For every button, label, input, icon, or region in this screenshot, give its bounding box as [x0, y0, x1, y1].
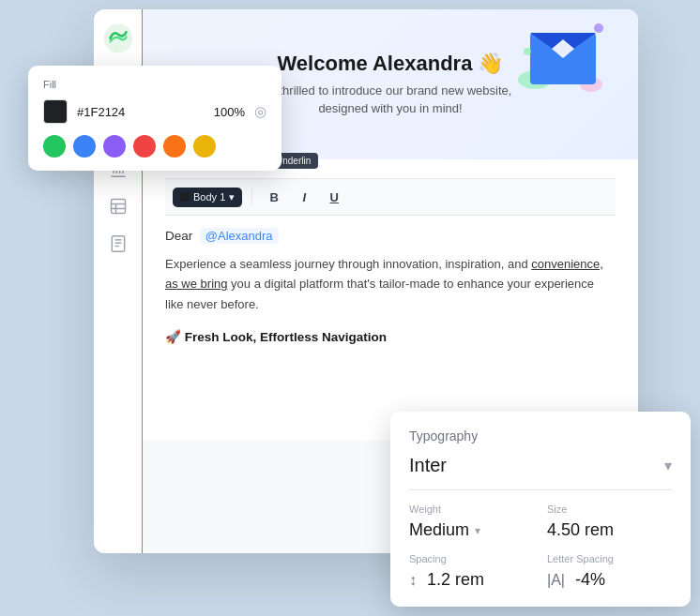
dear-line: Dear @Alexandra [165, 229, 616, 243]
size-value-row[interactable]: 4.50 rem [547, 520, 672, 540]
typography-panel-title: Typography [409, 428, 672, 443]
formatting-toolbar: Body 1 ▾ B I U Underlin [165, 178, 616, 216]
section-heading: 🚀 Fresh Look, Effortless Navigation [165, 329, 616, 344]
letter-spacing-value: -4% [575, 570, 605, 590]
mention-tag[interactable]: @Alexandra [200, 228, 279, 244]
fill-color-row: #1F2124 100% ◎ [43, 99, 266, 124]
fill-panel-title: Fill [43, 79, 266, 90]
color-swatches [43, 135, 266, 158]
spacing-value: 1.2 rem [427, 570, 484, 590]
hero-title: Welcome Alexandra 👋 [269, 52, 512, 76]
fill-panel: Fill #1F2124 100% ◎ [28, 66, 282, 171]
hero-content: Welcome Alexandra 👋 e thrilled to introd… [269, 52, 512, 118]
svg-rect-8 [111, 200, 125, 214]
app-logo[interactable] [102, 23, 134, 54]
weight-label: Weight [409, 503, 534, 515]
fill-hex-value[interactable]: #1F2124 [77, 105, 205, 119]
swatch-blue[interactable] [73, 135, 96, 158]
spacing-field: Spacing ↕ 1.2 rem [409, 553, 534, 590]
font-selector-row[interactable]: Inter ▾ [409, 455, 672, 490]
svg-point-21 [594, 23, 603, 33]
swatch-yellow[interactable] [193, 135, 216, 158]
svg-rect-12 [112, 236, 124, 252]
letter-spacing-value-row[interactable]: |A| -4% [547, 570, 672, 590]
size-field: Size 4.50 rem [547, 503, 672, 540]
font-chevron-icon: ▾ [664, 457, 672, 474]
swatch-orange[interactable] [163, 135, 186, 158]
eye-icon[interactable]: ◎ [254, 103, 266, 120]
body-paragraph: Experience a seamless journey through in… [165, 254, 616, 314]
size-value: 4.50 rem [547, 520, 614, 540]
weight-value: Medium [409, 520, 469, 540]
fill-opacity-value[interactable]: 100% [214, 105, 245, 119]
swatch-red[interactable] [133, 135, 156, 158]
typography-panel: Typography Inter ▾ Weight Medium ▾ Size … [390, 412, 691, 607]
envelope-illustration [516, 9, 610, 103]
letter-spacing-field: Letter Spacing |A| -4% [547, 553, 672, 590]
swatch-green[interactable] [43, 135, 66, 158]
letter-spacing-icon: |A| [547, 572, 565, 589]
hero-subtitle: e thrilled to introduce our brand new we… [269, 82, 512, 118]
bold-button[interactable]: B [262, 185, 286, 209]
spacing-label: Spacing [409, 553, 534, 564]
underline-button[interactable]: U [322, 185, 346, 209]
table-icon[interactable] [101, 189, 135, 223]
font-name: Inter [409, 455, 447, 476]
spacing-value-row[interactable]: ↕ 1.2 rem [409, 570, 534, 590]
invoice-icon[interactable] [101, 227, 135, 261]
line-spacing-icon: ↕ [409, 572, 417, 589]
email-body: Body 1 ▾ B I U Underlin Dear @Alexandra … [143, 159, 638, 441]
weight-field: Weight Medium ▾ [409, 503, 534, 540]
typography-properties: Weight Medium ▾ Size 4.50 rem Spacing ↕ … [409, 503, 672, 590]
fill-color-swatch[interactable] [43, 99, 68, 124]
swatch-purple[interactable] [103, 135, 126, 158]
underlined-text: convenience, as we bring [165, 257, 603, 291]
svg-point-22 [524, 48, 531, 55]
style-dropdown[interactable]: Body 1 ▾ [173, 188, 242, 207]
size-label: Size [547, 503, 672, 515]
weight-value-row[interactable]: Medium ▾ [409, 520, 534, 540]
letter-spacing-label: Letter Spacing [547, 553, 672, 564]
weight-dropdown-icon: ▾ [475, 524, 480, 537]
italic-button[interactable]: I [292, 185, 316, 209]
